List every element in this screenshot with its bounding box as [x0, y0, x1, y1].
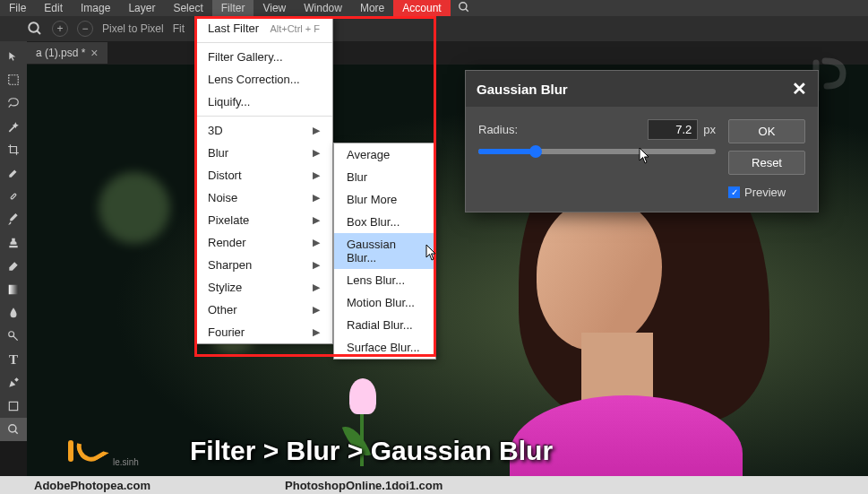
zoom-tool[interactable] [0, 418, 27, 441]
preview-label: Preview [744, 186, 786, 199]
ok-button[interactable]: OK [728, 119, 805, 143]
shape-tool[interactable] [0, 394, 27, 418]
footer-link-adobephotopea[interactable]: AdobePhotopea.com [34, 479, 150, 492]
menu-item-label: Lens Blur... [347, 273, 405, 287]
preview-checkbox[interactable]: ✓ [728, 186, 740, 198]
menu-item-label: Other [208, 303, 237, 316]
reset-button[interactable]: Reset [728, 151, 805, 175]
svg-point-0 [459, 2, 466, 9]
document-tab-label: a (1).psd * [36, 47, 85, 59]
gradient-tool[interactable] [0, 278, 27, 301]
svg-line-1 [465, 8, 468, 11]
menu-layer[interactable]: Layer [119, 0, 164, 16]
menu-last-filter[interactable]: Last Filter Alt+Ctrl + F [195, 17, 332, 39]
menu-liquify[interactable]: Liquify... [195, 91, 332, 113]
search-icon[interactable] [458, 1, 470, 16]
cursor-icon [425, 244, 438, 262]
fit-button[interactable]: Fit [173, 22, 185, 35]
menu-more[interactable]: More [351, 0, 393, 16]
submenu-box-blur[interactable]: Box Blur... [334, 211, 435, 233]
menu-sharpen[interactable]: Sharpen▶ [195, 254, 332, 276]
menu-noise[interactable]: Noise▶ [195, 186, 332, 209]
stamp-tool[interactable] [0, 231, 27, 255]
annotation-breadcrumb: Filter > Blur > Gaussian Blur [190, 436, 553, 466]
type-tool[interactable]: T [0, 348, 27, 371]
bokeh-light [99, 172, 170, 244]
svg-point-2 [29, 22, 39, 32]
menu-item-label: Box Blur... [347, 215, 400, 229]
menu-item-label: Lens Correction... [208, 73, 300, 86]
menu-lens-correction[interactable]: Lens Correction... [195, 68, 332, 91]
heal-tool[interactable] [0, 185, 27, 208]
submenu-arrow-icon: ▶ [313, 304, 320, 316]
menu-item-label: Sharpen [208, 258, 252, 272]
zoom-out-button[interactable]: − [77, 21, 93, 37]
submenu-gaussian-blur[interactable]: Gaussian Blur... [334, 233, 435, 269]
submenu-average[interactable]: Average [334, 143, 435, 166]
menu-file[interactable]: File [0, 0, 35, 16]
eraser-tool[interactable] [0, 255, 27, 278]
menu-other[interactable]: Other▶ [195, 299, 332, 321]
tools-panel: T [0, 41, 27, 441]
menu-item-label: Blur More [347, 193, 397, 206]
menu-item-label: Blur [347, 170, 367, 184]
menu-render[interactable]: Render▶ [195, 231, 332, 254]
submenu-lens-blur[interactable]: Lens Blur... [334, 269, 435, 291]
menu-edit[interactable]: Edit [35, 0, 72, 16]
submenu-arrow-icon: ▶ [313, 169, 320, 181]
svg-point-9 [9, 425, 16, 432]
svg-rect-8 [9, 402, 17, 410]
menu-stylize[interactable]: Stylize▶ [195, 276, 332, 299]
tab-bar: a (1).psd * × [0, 41, 868, 65]
submenu-arrow-icon: ▶ [313, 259, 320, 271]
radius-slider[interactable] [478, 149, 716, 154]
menu-item-label: Blur [208, 146, 228, 160]
submenu-arrow-icon: ▶ [313, 147, 320, 159]
menu-window[interactable]: Window [295, 0, 351, 16]
submenu-motion-blur[interactable]: Motion Blur... [334, 291, 435, 314]
dialog-title-text: Gaussian Blur [477, 82, 568, 97]
shortcut-text: Alt+Ctrl + F [270, 23, 320, 34]
dialog-titlebar[interactable]: Gaussian Blur ✕ [466, 71, 818, 107]
zoom-in-button[interactable]: + [52, 21, 68, 37]
submenu-surface-blur[interactable]: Surface Blur... [334, 336, 435, 359]
brush-tool[interactable] [0, 208, 27, 231]
document-tab[interactable]: a (1).psd * × [27, 42, 107, 64]
marquee-tool[interactable] [0, 68, 27, 91]
menubar: File Edit Image Layer Select Filter View… [0, 0, 868, 16]
menu-account[interactable]: Account [393, 0, 450, 16]
footer-link-photoshoponline[interactable]: PhotoshopOnline.1doi1.com [285, 479, 443, 492]
close-icon[interactable]: × [90, 46, 98, 60]
submenu-blur[interactable]: Blur [334, 166, 435, 188]
gaussian-blur-dialog: Gaussian Blur ✕ Radius: 7.2 px OK Reset … [465, 70, 819, 212]
pixel-to-pixel-button[interactable]: Pixel to Pixel [102, 22, 164, 35]
eyedropper-tool[interactable] [0, 161, 27, 185]
submenu-radial-blur[interactable]: Radial Blur... [334, 314, 435, 336]
close-icon[interactable]: ✕ [792, 78, 807, 100]
menu-3d[interactable]: 3D▶ [195, 119, 332, 142]
svg-line-3 [37, 30, 40, 34]
menu-separator [195, 116, 332, 117]
slider-thumb[interactable] [529, 145, 542, 158]
menu-fourier[interactable]: Fourier▶ [195, 321, 332, 343]
blur-tool[interactable] [0, 301, 27, 325]
menu-blur[interactable]: Blur▶ [195, 142, 332, 164]
menu-distort[interactable]: Distort▶ [195, 164, 332, 186]
submenu-blur-more[interactable]: Blur More [334, 188, 435, 211]
menu-select[interactable]: Select [164, 0, 211, 16]
menu-item-label: Last Filter [208, 22, 259, 35]
menu-filter-gallery[interactable]: Filter Gallery... [195, 46, 332, 68]
menu-image[interactable]: Image [72, 0, 119, 16]
logo-text: le.sinh [113, 457, 139, 467]
menu-item-label: Radial Blur... [347, 318, 413, 332]
move-tool[interactable] [0, 45, 27, 68]
crop-tool[interactable] [0, 138, 27, 161]
dodge-tool[interactable] [0, 325, 27, 348]
menu-pixelate[interactable]: Pixelate▶ [195, 209, 332, 231]
radius-input[interactable]: 7.2 [648, 119, 698, 140]
lasso-tool[interactable] [0, 91, 27, 115]
pen-tool[interactable] [0, 371, 27, 394]
menu-view[interactable]: View [254, 0, 295, 16]
menu-filter[interactable]: Filter [212, 0, 254, 16]
wand-tool[interactable] [0, 115, 27, 138]
